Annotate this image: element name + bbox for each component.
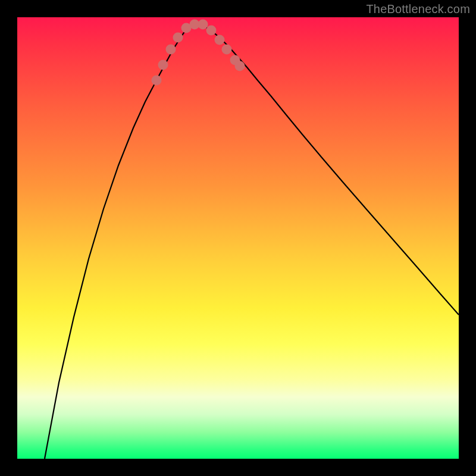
marker-dot [198, 20, 208, 30]
marker-dot [215, 35, 225, 45]
marker-dot [206, 26, 217, 36]
chart-canvas [17, 17, 459, 459]
plot-svg [17, 17, 459, 459]
marker-dot [152, 76, 162, 86]
marker-dot [222, 45, 232, 55]
bottleneck-curve [45, 24, 459, 459]
marker-dot [173, 33, 183, 43]
marker-dot [158, 60, 168, 70]
marker-dot [235, 61, 245, 71]
highlight-markers [152, 20, 245, 86]
marker-dot [166, 45, 176, 55]
watermark-text: TheBottleneck.com [366, 2, 470, 16]
